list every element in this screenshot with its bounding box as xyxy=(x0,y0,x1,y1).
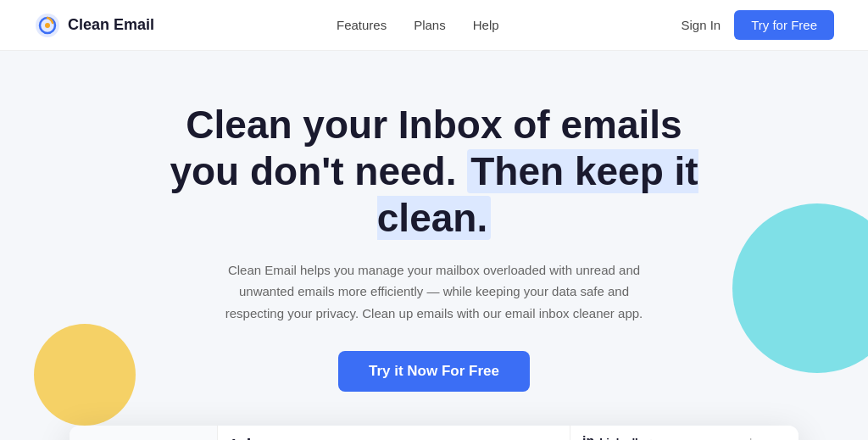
sign-in-button[interactable]: Sign In xyxy=(681,18,721,32)
preview-from: in LinkedIn › xyxy=(582,434,654,440)
hero-section: Clean your Inbox of emails you don't nee… xyxy=(0,51,868,426)
main-content: Inbox 🔍 Age ▾ Unread ▾ Star xyxy=(218,426,570,440)
preview-chevron: › xyxy=(650,436,654,440)
brand-name: Clean Email xyxy=(68,16,154,34)
app-window: Gina Johnson ▾ ⚡ Quick Clean 🔄 Auto Clea… xyxy=(70,426,798,440)
nav-links: Features Plans Help xyxy=(337,18,499,32)
svg-point-2 xyxy=(45,23,50,28)
preview-time: an hour ago xyxy=(737,437,787,440)
inbox-title: Inbox xyxy=(231,436,556,440)
inbox-top: Inbox 🔍 Age ▾ Unread ▾ Star xyxy=(218,426,570,440)
nav-help[interactable]: Help xyxy=(473,18,499,32)
sidebar-user[interactable]: Gina Johnson ▾ xyxy=(70,436,217,440)
hero-headline: Clean your Inbox of emails you don't nee… xyxy=(137,102,731,242)
sidebar: Gina Johnson ▾ ⚡ Quick Clean 🔄 Auto Clea… xyxy=(70,426,218,440)
hero-headline-line1: Clean your Inbox of emails xyxy=(186,103,682,147)
navbar: Clean Email Features Plans Help Sign In … xyxy=(0,0,868,51)
hero-cta-button[interactable]: Try it Now For Free xyxy=(338,351,530,392)
email-preview-panel: in LinkedIn › an hour ago To: You Inbox … xyxy=(570,426,798,440)
linkedin-icon: in xyxy=(582,434,594,440)
try-for-free-button[interactable]: Try for Free xyxy=(734,10,834,40)
decorative-yellow-circle xyxy=(34,324,136,426)
decorative-teal-circle xyxy=(732,203,868,373)
hero-description: Clean Email helps you manage your mailbo… xyxy=(214,259,654,325)
navbar-actions: Sign In Try for Free xyxy=(681,10,834,40)
hero-headline-line2-plain: you don't need. xyxy=(170,149,467,193)
nav-plans[interactable]: Plans xyxy=(414,18,446,32)
preview-header: in LinkedIn › an hour ago xyxy=(582,434,787,440)
app-preview-section: Gina Johnson ▾ ⚡ Quick Clean 🔄 Auto Clea… xyxy=(0,426,868,440)
logo[interactable]: Clean Email xyxy=(34,12,154,39)
nav-features[interactable]: Features xyxy=(337,18,387,32)
logo-icon xyxy=(34,12,61,39)
